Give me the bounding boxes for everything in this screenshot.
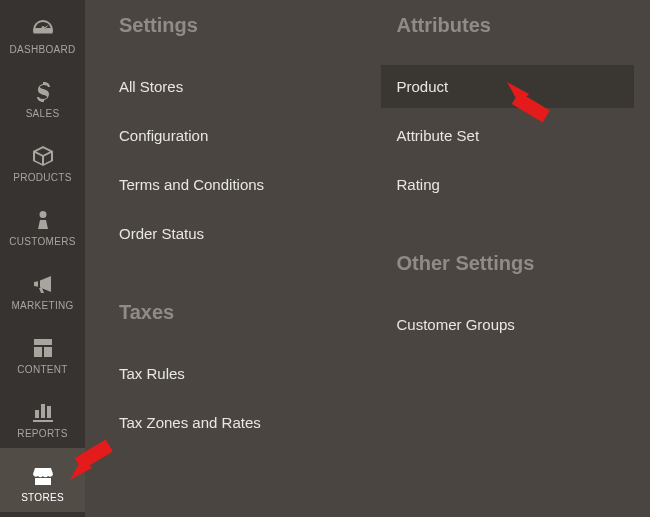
bar-chart-icon [31,400,55,424]
attributes-heading: Attributes [397,14,635,37]
sidebar-item-products[interactable]: PRODUCTS [0,128,85,192]
taxes-item-tax-zones[interactable]: Tax Zones and Rates [103,401,357,444]
sidebar-item-label: CUSTOMERS [9,236,75,247]
sidebar-item-label: SALES [26,108,60,119]
other-settings-section: Other Settings Customer Groups [397,252,635,346]
sidebar-item-reports[interactable]: REPORTS [0,384,85,448]
attributes-section: Attributes Product Attribute Set Rating [397,14,635,206]
storefront-icon [31,464,55,488]
attributes-item-attribute-set[interactable]: Attribute Set [381,114,635,157]
settings-item-configuration[interactable]: Configuration [103,114,357,157]
settings-section: Settings All Stores Configuration Terms … [119,14,357,255]
megaphone-icon [31,272,55,296]
other-item-customer-groups[interactable]: Customer Groups [381,303,635,346]
attributes-item-rating[interactable]: Rating [381,163,635,206]
box-icon [31,144,55,168]
panel-columns: Settings All Stores Configuration Terms … [119,14,634,490]
dollar-icon [31,80,55,104]
stores-flyout-panel: Settings All Stores Configuration Terms … [85,0,650,517]
sidebar-item-label: DASHBOARD [9,44,75,55]
settings-item-terms[interactable]: Terms and Conditions [103,163,357,206]
sidebar-item-stores[interactable]: STORES [0,448,85,512]
settings-heading: Settings [119,14,357,37]
attributes-item-product[interactable]: Product [381,65,635,108]
sidebar-item-label: STORES [21,492,64,503]
settings-item-order-status[interactable]: Order Status [103,212,357,255]
sidebar-item-dashboard[interactable]: DASHBOARD [0,0,85,64]
gauge-icon [31,16,55,40]
admin-sidebar: DASHBOARD SALES PRODUCTS CUSTOMERS MARKE [0,0,85,517]
panel-col-right: Attributes Product Attribute Set Rating … [397,14,635,490]
app-root: DASHBOARD SALES PRODUCTS CUSTOMERS MARKE [0,0,650,517]
settings-item-all-stores[interactable]: All Stores [103,65,357,108]
taxes-heading: Taxes [119,301,357,324]
person-icon [31,208,55,232]
sidebar-item-marketing[interactable]: MARKETING [0,256,85,320]
other-settings-heading: Other Settings [397,252,635,275]
sidebar-item-label: CONTENT [17,364,67,375]
panel-col-left: Settings All Stores Configuration Terms … [119,14,357,490]
layout-icon [31,336,55,360]
sidebar-item-label: PRODUCTS [13,172,72,183]
taxes-section: Taxes Tax Rules Tax Zones and Rates [119,301,357,444]
sidebar-item-label: MARKETING [11,300,73,311]
sidebar-item-content[interactable]: CONTENT [0,320,85,384]
taxes-item-tax-rules[interactable]: Tax Rules [103,352,357,395]
sidebar-item-sales[interactable]: SALES [0,64,85,128]
sidebar-item-label: REPORTS [17,428,67,439]
sidebar-item-customers[interactable]: CUSTOMERS [0,192,85,256]
